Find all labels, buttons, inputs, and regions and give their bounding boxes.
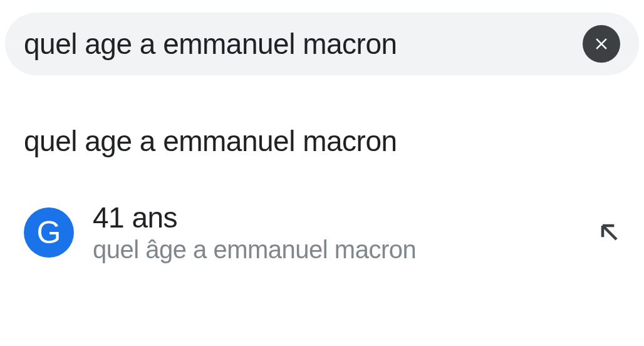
answer-secondary-text: quel âge a emmanuel macron <box>93 236 575 264</box>
close-icon <box>592 34 611 53</box>
suggestion-text: quel age a emmanuel macron <box>24 124 397 158</box>
suggestion-item[interactable]: quel age a emmanuel macron <box>0 107 644 176</box>
answer-suggestion-item[interactable]: G 41 ans quel âge a emmanuel macron <box>0 176 644 276</box>
insert-suggestion-button[interactable] <box>594 217 625 248</box>
search-input[interactable] <box>24 27 583 61</box>
arrow-up-left-icon <box>596 219 623 246</box>
answer-content: 41 ans quel âge a emmanuel macron <box>93 201 575 264</box>
search-bar <box>5 13 639 75</box>
google-icon: G <box>24 207 74 258</box>
google-badge-letter: G <box>37 214 61 251</box>
answer-primary-text: 41 ans <box>93 201 575 234</box>
clear-search-button[interactable] <box>583 25 620 63</box>
suggestion-list: quel age a emmanuel macron G 41 ans quel… <box>0 107 644 276</box>
